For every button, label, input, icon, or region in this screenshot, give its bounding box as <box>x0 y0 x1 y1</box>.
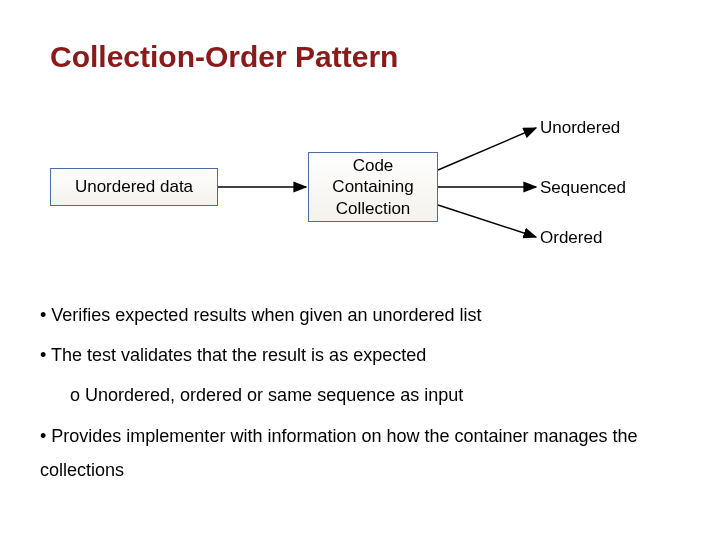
diagram-area: Unordered data Code Containing Collectio… <box>50 110 670 270</box>
diagram-process-label: Code Containing Collection <box>332 155 413 219</box>
diagram-output-ordered: Ordered <box>540 228 602 248</box>
svg-line-1 <box>438 128 536 170</box>
diagram-output-sequenced: Sequenced <box>540 178 626 198</box>
diagram-process-box: Code Containing Collection <box>308 152 438 222</box>
bullet-list: Verifies expected results when given an … <box>40 298 680 493</box>
diagram-input-box: Unordered data <box>50 168 218 206</box>
bullet-3: Provides implementer with information on… <box>40 419 680 487</box>
page-title: Collection-Order Pattern <box>50 40 398 74</box>
bullet-1-text: Verifies expected results when given an … <box>51 305 481 325</box>
bullet-2: The test validates that the result is as… <box>40 338 680 372</box>
bullet-2-text: The test validates that the result is as… <box>51 345 426 365</box>
diagram-input-label: Unordered data <box>75 176 193 197</box>
svg-line-3 <box>438 205 536 237</box>
bullet-3-text: Provides implementer with information on… <box>40 426 638 480</box>
bullet-1: Verifies expected results when given an … <box>40 298 680 332</box>
diagram-output-unordered: Unordered <box>540 118 620 138</box>
bullet-2-sub: Unordered, ordered or same sequence as i… <box>70 378 680 412</box>
bullet-2-sub-text: Unordered, ordered or same sequence as i… <box>85 385 463 405</box>
